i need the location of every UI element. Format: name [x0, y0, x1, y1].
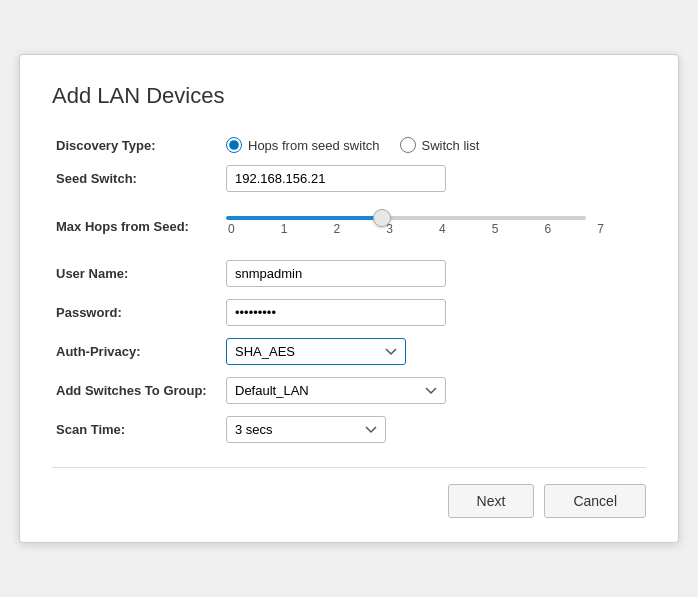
auth-privacy-control: SHA_AES SHA_DES MD5_AES MD5_DES None [222, 332, 646, 371]
seed-switch-input[interactable] [226, 165, 446, 192]
seed-switch-label: Seed Switch: [52, 159, 222, 198]
max-hops-control: 0 1 2 3 4 5 6 7 [222, 210, 646, 242]
max-hops-slider[interactable] [226, 216, 586, 220]
password-control [222, 293, 646, 332]
discovery-type-control: Hops from seed switch Switch list [222, 131, 646, 159]
slider-tick-labels: 0 1 2 3 4 5 6 7 [226, 222, 606, 236]
password-input[interactable] [226, 299, 446, 326]
add-lan-devices-dialog: Add LAN Devices Discovery Type: Hops fro… [19, 54, 679, 543]
scan-time-select[interactable]: 3 secs 5 secs 10 secs 30 secs [226, 416, 386, 443]
radio-switchlist-label[interactable]: Switch list [400, 137, 480, 153]
radio-hops-label[interactable]: Hops from seed switch [226, 137, 380, 153]
scan-time-label: Scan Time: [52, 410, 222, 449]
discovery-radio-group: Hops from seed switch Switch list [226, 137, 642, 153]
seed-switch-control [222, 159, 646, 198]
cancel-button[interactable]: Cancel [544, 484, 646, 518]
radio-switchlist[interactable] [400, 137, 416, 153]
dialog-title: Add LAN Devices [52, 83, 646, 109]
scan-time-control: 3 secs 5 secs 10 secs 30 secs [222, 410, 646, 449]
username-label: User Name: [52, 254, 222, 293]
slider-container: 0 1 2 3 4 5 6 7 [226, 216, 606, 236]
add-switches-control: Default_LAN Group1 Group2 [222, 371, 646, 410]
discovery-type-label: Discovery Type: [52, 131, 222, 159]
username-control [222, 254, 646, 293]
radio-switchlist-text: Switch list [422, 138, 480, 153]
form-table: Discovery Type: Hops from seed switch Sw… [52, 131, 646, 449]
add-switches-select[interactable]: Default_LAN Group1 Group2 [226, 377, 446, 404]
radio-hops-text: Hops from seed switch [248, 138, 380, 153]
auth-privacy-label: Auth-Privacy: [52, 332, 222, 371]
password-label: Password: [52, 293, 222, 332]
button-row: Next Cancel [52, 484, 646, 518]
max-hops-label: Max Hops from Seed: [52, 210, 222, 242]
radio-hops[interactable] [226, 137, 242, 153]
username-input[interactable] [226, 260, 446, 287]
auth-privacy-select[interactable]: SHA_AES SHA_DES MD5_AES MD5_DES None [226, 338, 406, 365]
divider [52, 467, 646, 468]
add-switches-label: Add Switches To Group: [52, 371, 222, 410]
next-button[interactable]: Next [448, 484, 535, 518]
